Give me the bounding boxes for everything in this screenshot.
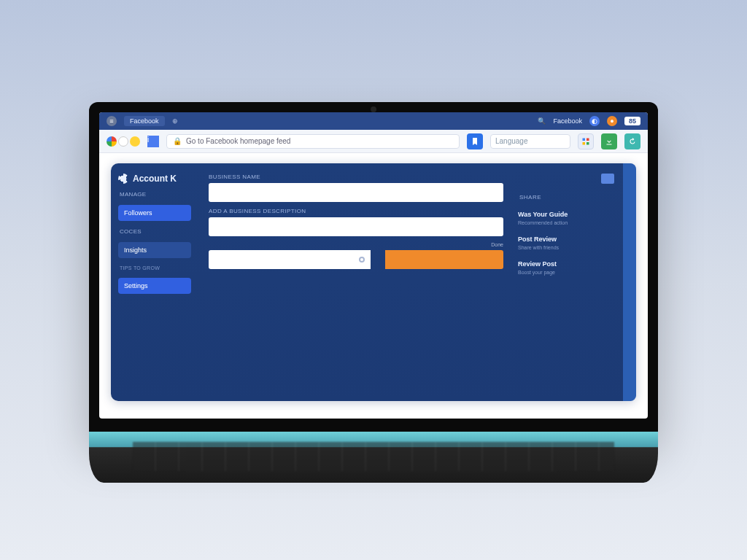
webcam-dot bbox=[371, 106, 376, 112]
sidebar-item-insights[interactable]: Insights bbox=[118, 242, 191, 258]
search-icon[interactable]: 🔍 bbox=[538, 117, 546, 125]
profile-icon[interactable]: ◐ bbox=[589, 116, 600, 126]
share-icon[interactable] bbox=[601, 174, 614, 184]
google-icon[interactable] bbox=[107, 136, 117, 147]
browser-tab[interactable]: Facebook bbox=[124, 116, 165, 126]
sidebar-item-followers[interactable]: Followers bbox=[118, 205, 191, 221]
field-business-name: BUSINESS NAME bbox=[209, 174, 503, 202]
info-item-2[interactable]: Post Review Share with friends bbox=[518, 236, 614, 250]
field-label: BUSINESS NAME bbox=[209, 174, 503, 180]
screen-bezel: ≡ Facebook ⊕ 🔍 Facebook ◐ ● 85 i � bbox=[89, 102, 658, 432]
site-icon[interactable] bbox=[118, 136, 128, 147]
download-icon[interactable] bbox=[601, 133, 617, 149]
progress-row: Done bbox=[209, 242, 503, 269]
info-item-1[interactable]: Was Your Guide Recommended action bbox=[518, 211, 614, 225]
content-area: Account K MANAGE Followers COCES Insight… bbox=[99, 153, 648, 419]
account-panel: Account K MANAGE Followers COCES Insight… bbox=[111, 163, 636, 401]
address-text: Go to Facebook homepage feed bbox=[186, 137, 290, 145]
info-sub: Share with friends bbox=[518, 245, 614, 250]
info-item-3[interactable]: Review Post Boost your page bbox=[518, 260, 614, 275]
business-name-input[interactable] bbox=[209, 183, 503, 202]
svg-rect-2 bbox=[583, 142, 586, 145]
panel-title-text: Account K bbox=[133, 174, 177, 184]
svg-rect-3 bbox=[587, 142, 589, 145]
progress-gap bbox=[371, 250, 385, 269]
lock-icon: 🔒 bbox=[173, 137, 182, 145]
panel-title: Account K bbox=[118, 174, 191, 184]
progress-handle-icon[interactable] bbox=[359, 257, 365, 262]
panel-info: SHARE Was Your Guide Recommended action … bbox=[514, 163, 623, 401]
apps-icon[interactable] bbox=[578, 133, 594, 149]
field-label: ADD A BUSINESS DESCRIPTION bbox=[209, 208, 503, 214]
keyboard-deck bbox=[89, 432, 658, 483]
info-icon[interactable]: i bbox=[147, 136, 159, 147]
gear-icon bbox=[118, 174, 128, 184]
panel-sidebar: Account K MANAGE Followers COCES Insight… bbox=[111, 163, 198, 401]
mini-search-placeholder: Language bbox=[495, 137, 528, 145]
info-title: Review Post bbox=[518, 260, 614, 268]
bookmark-icon[interactable] bbox=[130, 136, 140, 147]
progress-hint: Done bbox=[491, 242, 503, 247]
keyboard-keys bbox=[133, 442, 614, 471]
field-business-description: ADD A BUSINESS DESCRIPTION bbox=[209, 208, 503, 236]
progress-segment-complete bbox=[209, 250, 371, 269]
refresh-icon[interactable] bbox=[624, 133, 640, 149]
battery-indicator: 85 bbox=[624, 117, 640, 125]
address-bar[interactable]: 🔒 Go to Facebook homepage feed bbox=[166, 134, 460, 149]
info-title: Was Your Guide bbox=[518, 211, 614, 218]
mini-search-box[interactable]: Language bbox=[490, 134, 570, 149]
titlebar-label: Facebook bbox=[553, 117, 582, 125]
business-description-input[interactable] bbox=[209, 217, 503, 236]
svg-rect-1 bbox=[587, 138, 589, 141]
info-sub: Recommended action bbox=[518, 220, 614, 225]
progress-bar[interactable] bbox=[209, 250, 503, 269]
menu-icon[interactable]: ≡ bbox=[107, 116, 117, 126]
notification-icon[interactable]: ● bbox=[607, 116, 617, 126]
browser-titlebar: ≡ Facebook ⊕ 🔍 Facebook ◐ ● 85 bbox=[99, 112, 648, 130]
panel-edge-strip bbox=[623, 163, 636, 401]
svg-rect-0 bbox=[583, 138, 586, 141]
info-section-label: SHARE bbox=[518, 194, 614, 201]
panel-form: BUSINESS NAME ADD A BUSINESS DESCRIPTION… bbox=[198, 163, 514, 401]
info-sub: Boost your page bbox=[518, 270, 614, 275]
progress-segment-remaining bbox=[385, 250, 503, 269]
sidebar-item-settings[interactable]: Settings bbox=[118, 278, 191, 294]
sidebar-section-label: MANAGE bbox=[118, 191, 191, 198]
browser-toolbar: i 🔒 Go to Facebook homepage feed Languag… bbox=[99, 130, 648, 153]
info-title: Post Review bbox=[518, 236, 614, 243]
screen: ≡ Facebook ⊕ 🔍 Facebook ◐ ● 85 i � bbox=[99, 112, 648, 419]
sidebar-section-label-2: COCES bbox=[118, 228, 191, 235]
sidebar-tiny-label: TIPS TO GROW bbox=[118, 265, 191, 271]
bookmark-save-icon[interactable] bbox=[467, 133, 483, 149]
tab-extra-icon[interactable]: ⊕ bbox=[172, 117, 178, 125]
favicon-group bbox=[107, 136, 140, 147]
laptop-frame: ≡ Facebook ⊕ 🔍 Facebook ◐ ● 85 i � bbox=[89, 102, 658, 483]
